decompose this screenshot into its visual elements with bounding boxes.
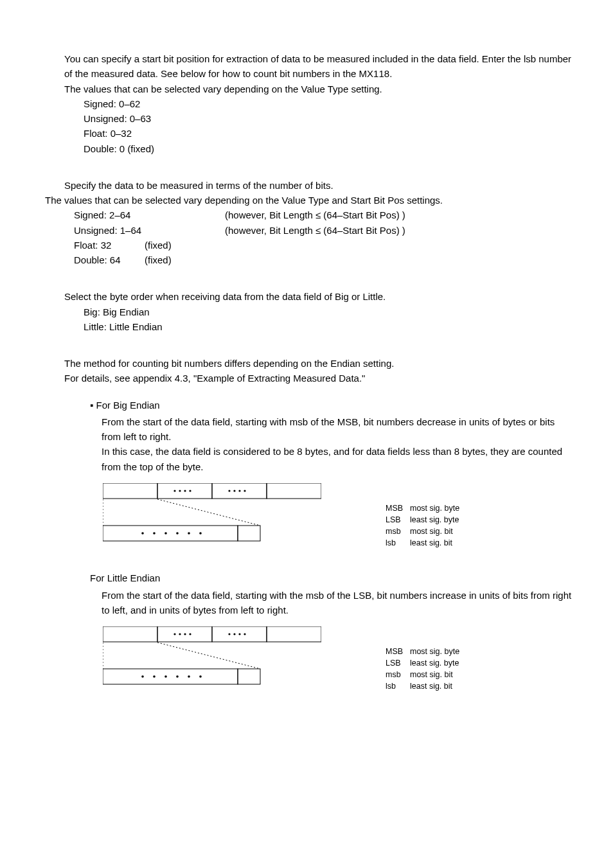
svg-point-16: [141, 532, 144, 535]
big-endian-diagram: [103, 483, 321, 542]
legend2-msb-lower-abbr: msb: [386, 669, 410, 680]
bitlen-double-c2: (fixed): [145, 252, 202, 267]
svg-point-18: [164, 532, 167, 535]
startbit-item-signed: Signed: 0–62: [84, 96, 574, 111]
little-endian-body1: From the start of the data field, starti…: [102, 588, 574, 618]
bitlen-signed-c2: [167, 208, 225, 222]
bitlen-double-c1: Double: 64: [74, 252, 145, 267]
legend2-msb-upper-abbr: MSB: [386, 646, 410, 657]
svg-point-8: [228, 490, 230, 492]
svg-rect-22: [103, 626, 157, 642]
bitlen-desc-line1: Specify the data to be measured in terms…: [64, 178, 574, 193]
svg-point-29: [189, 633, 191, 635]
legend-lsb-upper-abbr: LSB: [386, 514, 410, 526]
legend2-msb-upper-def: most sig. byte: [410, 646, 459, 657]
little-endian-heading: For Little Endian: [90, 571, 574, 585]
startbit-item-float: Float: 0–32: [84, 126, 574, 141]
svg-point-17: [153, 532, 155, 535]
big-endian-heading: ▪ For Big Endian: [90, 398, 574, 412]
svg-rect-14: [103, 526, 238, 541]
svg-point-4: [173, 490, 175, 492]
svg-point-20: [188, 532, 190, 535]
bitlen-unsigned-c1: Unsigned: 1–64: [74, 223, 167, 238]
legend2-lsb-lower-abbr: lsb: [386, 680, 410, 692]
startbit-item-unsigned: Unsigned: 0–63: [84, 111, 574, 126]
svg-line-35: [157, 642, 260, 669]
legend-msb-upper-def: most sig. byte: [410, 502, 459, 514]
bitlen-desc-line2: The values that can be selected vary dep…: [45, 193, 574, 208]
bitlen-signed-c1: Signed: 2–64: [74, 208, 167, 222]
svg-point-27: [179, 633, 181, 635]
svg-point-32: [238, 633, 240, 635]
svg-point-42: [188, 675, 190, 678]
svg-point-11: [244, 490, 245, 492]
startbit-item-double: Double: 0 (fixed): [84, 141, 574, 156]
little-endian-legend: MSBmost sig. byte LSBleast sig. byte msb…: [386, 626, 459, 693]
svg-point-28: [184, 633, 186, 635]
legend2-lsb-upper-def: least sig. byte: [410, 657, 459, 669]
svg-rect-36: [103, 669, 238, 684]
svg-point-38: [141, 675, 144, 678]
svg-point-19: [176, 532, 179, 535]
svg-point-21: [199, 532, 202, 535]
svg-rect-0: [103, 483, 157, 499]
bitlen-row-unsigned: Unsigned: 1–64 (however, Bit Length ≤ (6…: [74, 223, 574, 238]
svg-rect-3: [267, 483, 321, 499]
svg-point-6: [184, 490, 186, 492]
svg-point-43: [199, 675, 202, 678]
svg-rect-25: [267, 626, 321, 642]
little-endian-diagram: [103, 626, 321, 686]
legend-lsb-lower-abbr: lsb: [386, 537, 410, 549]
legend-lsb-lower-def: least sig. bit: [410, 537, 452, 549]
bitlen-float-c1: Float: 32: [74, 238, 145, 252]
svg-point-9: [233, 490, 235, 492]
legend-lsb-upper-def: least sig. byte: [410, 514, 459, 526]
big-endian-body2: In this case, the data field is consider…: [102, 444, 574, 474]
svg-point-39: [153, 675, 155, 678]
startbit-desc-line1: You can specify a start bit position for…: [64, 51, 574, 82]
svg-rect-37: [238, 669, 260, 684]
svg-point-41: [176, 675, 179, 678]
svg-point-10: [238, 490, 240, 492]
legend-msb-lower-abbr: msb: [386, 526, 410, 537]
endian-desc: Select the byte order when receiving dat…: [64, 289, 574, 304]
svg-point-31: [233, 633, 235, 635]
svg-point-30: [228, 633, 230, 635]
svg-line-13: [157, 499, 260, 526]
svg-point-7: [189, 490, 191, 492]
bitlen-unsigned-c3: (however, Bit Length ≤ (64–Start Bit Pos…: [225, 223, 405, 238]
svg-rect-15: [238, 526, 260, 541]
legend2-msb-lower-def: most sig. bit: [410, 669, 453, 680]
startbit-desc-line2: The values that can be selected vary dep…: [64, 82, 574, 96]
counting-desc-line2: For details, see appendix 4.3, "Example …: [64, 371, 574, 385]
big-endian-legend: MSBmost sig. byte LSBleast sig. byte msb…: [386, 483, 459, 549]
bitlen-signed-c3: (however, Bit Length ≤ (64–Start Bit Pos…: [225, 208, 405, 222]
svg-point-33: [244, 633, 245, 635]
bitlen-unsigned-c2: [167, 223, 225, 238]
legend-msb-upper-abbr: MSB: [386, 502, 410, 514]
legend-msb-lower-def: most sig. bit: [410, 526, 453, 537]
bitlen-row-double: Double: 64 (fixed): [74, 252, 574, 267]
bitlen-row-signed: Signed: 2–64 (however, Bit Length ≤ (64–…: [74, 208, 574, 222]
endian-item-big: Big: Big Endian: [84, 305, 574, 319]
bitlen-row-float: Float: 32 (fixed): [74, 238, 574, 252]
big-endian-body1: From the start of the data field, starti…: [102, 414, 574, 445]
legend2-lsb-lower-def: least sig. bit: [410, 680, 452, 692]
counting-desc-line1: The method for counting bit numbers diff…: [64, 356, 574, 371]
legend2-lsb-upper-abbr: LSB: [386, 657, 410, 669]
svg-point-40: [164, 675, 167, 678]
svg-point-5: [179, 490, 181, 492]
endian-item-little: Little: Little Endian: [84, 319, 574, 334]
bitlen-float-c2: (fixed): [145, 238, 202, 252]
svg-point-26: [173, 633, 175, 635]
